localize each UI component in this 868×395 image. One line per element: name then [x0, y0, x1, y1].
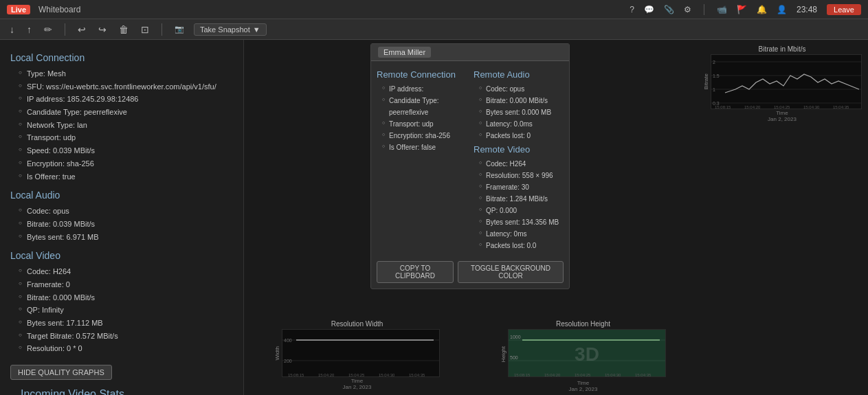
- camera-icon: 📷: [172, 23, 187, 35]
- resolution-height-svg-wrap: Height 1000 500 15:08:15 15:04:20: [500, 329, 666, 379]
- toggle-background-color-button[interactable]: TOGGLE BACKGROUND COLOR: [458, 261, 564, 283]
- list-item: Latency: 0ms: [479, 228, 564, 240]
- list-item: Bytes sent: 17.112 MB: [19, 317, 233, 330]
- arrow-up-icon[interactable]: ↑: [24, 23, 34, 36]
- svg-text:15:04:35: 15:04:35: [833, 105, 849, 109]
- svg-text:500: 500: [510, 355, 518, 360]
- remote-audio-list: Codec: opus Bitrate: 0.000 MBit/s Bytes …: [474, 83, 564, 142]
- list-item: IP address: 185.245.29.98:12486: [19, 93, 233, 106]
- hide-quality-graphs-button[interactable]: HIDE QUALITY GRAPHS: [10, 365, 112, 380]
- bitrate-x-label: TimeJan 2, 2023: [768, 110, 797, 122]
- resolution-width-title: Resolution Width: [331, 320, 383, 328]
- notification-icon[interactable]: 🔔: [757, 5, 767, 14]
- svg-text:200: 200: [284, 359, 292, 363]
- list-item: IP address:: [382, 83, 467, 95]
- resolution-width-y-label: Width: [274, 346, 280, 360]
- leave-button[interactable]: Leave: [827, 4, 861, 15]
- resolution-height-chart-container: Resolution Height Height 1000 500: [470, 317, 696, 394]
- top-content: Local Connection Type: Mesh SFU: wss://e…: [0, 40, 868, 395]
- pen-icon[interactable]: ✏: [41, 23, 55, 36]
- remote-audio-title: Remote Audio: [474, 69, 564, 80]
- list-item: Bytes sent: 134.356 MB: [479, 216, 564, 228]
- local-audio-list: Codec: opus Bitrate: 0.039 MBit/s Bytes …: [10, 205, 233, 243]
- list-item: Codec: opus: [19, 205, 233, 218]
- resolution-width-x-label: TimeJan 2, 2023: [343, 378, 372, 390]
- svg-text:1000: 1000: [510, 335, 521, 339]
- svg-text:15:04:30: 15:04:30: [803, 105, 820, 109]
- list-item: Bitrate: 0.000 MBit/s: [479, 95, 564, 106]
- svg-rect-12: [282, 330, 440, 377]
- topbar-right: ? 💬 📎 ⚙ 📹 🚩 🔔 👤 23:48 Leave: [630, 4, 861, 15]
- crop-icon[interactable]: ⊡: [138, 23, 152, 36]
- list-item: Encryption: sha-256: [19, 157, 233, 170]
- take-snapshot-button[interactable]: Take Snapshot ▼: [194, 23, 267, 36]
- list-item: Resolution: 0 * 0: [19, 342, 233, 355]
- bitrate-chart-title: Bitrate in Mbit/s: [759, 45, 806, 53]
- modal-remote-connection-col: Remote Connection IP address: Candidate …: [377, 67, 467, 251]
- local-video-title: Local Video: [10, 250, 233, 261]
- local-video-section: Local Video Codec: H264 Framerate: 0 Bit…: [10, 250, 233, 355]
- center-column: Emma Miller Remote Connection IP address…: [244, 40, 696, 395]
- list-item: Is Offerer: true: [19, 170, 233, 183]
- user-name-badge: Emma Miller: [378, 47, 431, 58]
- resolution-height-chart-box: 1000 500 15:08:15 15:04:20 15:04:25 15:0…: [508, 329, 666, 379]
- bitrate-chart-svg-wrap: Bitrate 2 1.5 1 0.3 15:08:15: [703, 54, 862, 109]
- local-audio-section: Local Audio Codec: opus Bitrate: 0.039 M…: [10, 190, 233, 243]
- list-item: Bitrate: 0.039 MBit/s: [19, 218, 233, 231]
- svg-text:15:04:30: 15:04:30: [379, 373, 395, 377]
- svg-rect-22: [509, 330, 666, 377]
- svg-text:15:04:30: 15:04:30: [605, 373, 621, 377]
- modal-remote-media-col: Remote Audio Codec: opus Bitrate: 0.000 …: [474, 67, 564, 251]
- left-column: Local Connection Type: Mesh SFU: wss://e…: [0, 40, 244, 395]
- resolution-width-svg-wrap: Width 400 200 15:08:15 15:04:20 15:04:25…: [274, 329, 440, 377]
- page-layout: Local Connection Type: Mesh SFU: wss://e…: [0, 40, 868, 395]
- dropdown-arrow-icon: ▼: [253, 25, 260, 34]
- modal-footer: COPY TO CLIPBOARD TOGGLE BACKGROUND COLO…: [371, 257, 569, 289]
- toolbar-separator: [65, 23, 65, 36]
- help-icon[interactable]: ?: [630, 5, 634, 14]
- resolution-height-title: Resolution Height: [556, 320, 610, 328]
- list-item: QP: Infinity: [19, 304, 233, 317]
- modal-body: Remote Connection IP address: Candidate …: [371, 61, 569, 257]
- redo-icon[interactable]: ↪: [96, 23, 109, 36]
- flag-icon[interactable]: 🚩: [737, 5, 747, 14]
- incoming-video-stats-title: Incoming Video Stats: [10, 388, 233, 395]
- list-item: Latency: 0.0ms: [479, 118, 564, 130]
- arrow-down-icon[interactable]: ↓: [7, 23, 17, 36]
- remote-connection-title: Remote Connection: [377, 69, 467, 80]
- list-item: Is Offerer: false: [382, 142, 467, 153]
- chat-icon[interactable]: 💬: [644, 5, 654, 14]
- list-item: Bytes sent: 6.971 MB: [19, 231, 233, 244]
- video-icon[interactable]: 📹: [717, 5, 727, 14]
- list-item: Network Type: lan: [19, 119, 233, 132]
- remote-video-list: Codec: H264 Resolution: 558 × 996 Framer…: [474, 158, 564, 251]
- list-item: Framerate: 0: [19, 278, 233, 291]
- copy-to-clipboard-button[interactable]: COPY TO CLIPBOARD: [377, 261, 454, 283]
- svg-text:15:04:20: 15:04:20: [744, 105, 761, 109]
- resolution-width-chart-container: Resolution Width Width 400 200 15:08:15 …: [244, 317, 470, 394]
- bitrate-chart-container: Bitrate in Mbit/s Bitrate 2 1.5 1 0.3: [699, 43, 865, 392]
- profile-icon[interactable]: 👤: [777, 5, 787, 14]
- bitrate-y-label: Bitrate: [703, 74, 709, 89]
- center-bottom-charts: Resolution Width Width 400 200 15:08:15 …: [244, 315, 696, 395]
- resolution-height-chart-svg: 1000 500 15:08:15 15:04:20 15:04:25 15:0…: [508, 329, 666, 377]
- list-item: Codec: H264: [479, 158, 564, 170]
- stats-modal: Emma Miller Remote Connection IP address…: [370, 43, 570, 289]
- delete-icon[interactable]: 🗑: [116, 23, 131, 36]
- toolbar: ↓ ↑ ✏ ↩ ↪ 🗑 ⊡ 📷 Take Snapshot ▼: [0, 19, 868, 40]
- bitrate-chart-svg: 2 1.5 1 0.3 15:08:15 15:04:20 15:04:25 1…: [711, 54, 862, 109]
- modal-header: Emma Miller: [371, 44, 569, 61]
- attachment-icon[interactable]: 📎: [664, 5, 674, 14]
- svg-text:15:04:25: 15:04:25: [575, 373, 591, 377]
- svg-rect-32: [711, 55, 862, 109]
- list-item: Target Bitrate: 0.572 MBit/s: [19, 330, 233, 343]
- list-item: Packets lost: 0.0: [479, 240, 564, 251]
- resolution-width-chart-svg: 400 200 15:08:15 15:04:20 15:04:25 15:04…: [282, 329, 440, 377]
- local-connection-list: Type: Mesh SFU: wss://eu-webrtc.svc.fron…: [10, 67, 233, 183]
- list-item: SFU: wss://eu-webrtc.svc.frontlineworker…: [19, 80, 233, 93]
- svg-text:15:04:25: 15:04:25: [348, 373, 365, 377]
- settings-icon[interactable]: ⚙: [684, 5, 691, 14]
- list-item: Candidate Type: peerreflexive: [382, 95, 467, 118]
- list-item: Transport: udp: [19, 131, 233, 144]
- undo-icon[interactable]: ↩: [75, 23, 89, 36]
